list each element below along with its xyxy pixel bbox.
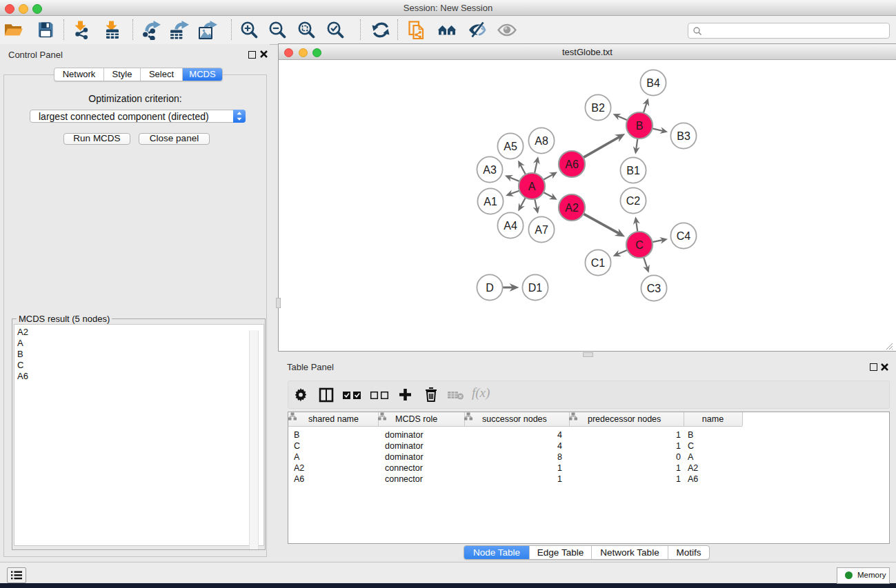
svg-text:B: B bbox=[636, 120, 644, 132]
svg-text:D: D bbox=[486, 282, 494, 294]
svg-text:B4: B4 bbox=[646, 77, 660, 89]
svg-text:D1: D1 bbox=[528, 282, 543, 294]
svg-text:B2: B2 bbox=[591, 102, 605, 114]
svg-text:C3: C3 bbox=[647, 283, 661, 294]
svg-text:A6: A6 bbox=[565, 159, 579, 170]
svg-text:A7: A7 bbox=[535, 224, 548, 236]
svg-text:A4: A4 bbox=[504, 220, 517, 232]
svg-text:A8: A8 bbox=[535, 135, 548, 147]
svg-text:C2: C2 bbox=[626, 195, 641, 207]
svg-text:C1: C1 bbox=[591, 257, 606, 269]
svg-text:A: A bbox=[528, 181, 536, 192]
svg-text:C4: C4 bbox=[677, 230, 691, 242]
svg-text:A3: A3 bbox=[483, 164, 497, 176]
svg-text:B3: B3 bbox=[677, 130, 690, 142]
svg-text:C: C bbox=[635, 239, 644, 251]
svg-text:A2: A2 bbox=[565, 202, 579, 214]
svg-text:A5: A5 bbox=[504, 141, 517, 152]
svg-text:A1: A1 bbox=[484, 196, 497, 207]
svg-text:B1: B1 bbox=[626, 165, 640, 176]
